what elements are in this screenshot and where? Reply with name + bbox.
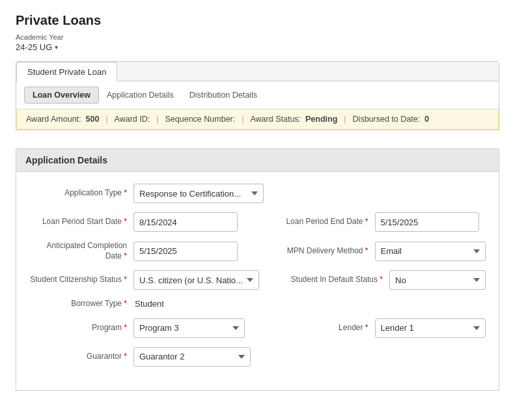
- academic-year-label: Academic Year: [16, 33, 499, 41]
- application-type-select[interactable]: Response to Certification...: [133, 184, 264, 203]
- loan-period-end-label: Loan Period End Date *: [271, 217, 375, 227]
- tab-student-private-loan[interactable]: Student Private Loan: [16, 62, 117, 81]
- loan-period-start-label: Loan Period Start Date *: [29, 217, 133, 227]
- chevron-down-icon: ▾: [55, 44, 58, 51]
- student-citizenship-select[interactable]: U.S. citizen (or U.S. Natio...: [133, 270, 259, 290]
- subtab-application-details[interactable]: Application Details: [99, 87, 182, 103]
- sep-2: |: [156, 115, 158, 124]
- lender-label: Lender *: [271, 323, 375, 333]
- subtab-loan-overview[interactable]: Loan Overview: [24, 87, 99, 104]
- program-select[interactable]: Program 3: [133, 318, 245, 338]
- guarantor-label: Guarantor *: [29, 352, 133, 362]
- required-marker: *: [124, 323, 127, 332]
- program-label: Program *: [29, 323, 133, 333]
- required-marker: *: [365, 323, 369, 332]
- outer-tab-bar: Student Private Loan: [16, 62, 499, 81]
- award-id-label: Award ID:: [115, 115, 150, 124]
- loan-period-start-input[interactable]: [133, 212, 238, 232]
- guarantor-select[interactable]: Guarantor 2: [133, 347, 251, 367]
- tab-container: Student Private Loan Loan Overview Appli…: [16, 61, 499, 130]
- required-marker: *: [365, 246, 369, 255]
- borrower-type-label: Borrower Type *: [29, 299, 133, 309]
- award-amount-label: Award Amount: 500: [26, 115, 99, 124]
- section-header: Application Details: [16, 148, 499, 172]
- anticipated-completion-input[interactable]: [133, 242, 238, 261]
- borrower-type-value: Student: [133, 299, 164, 309]
- required-marker: *: [124, 275, 127, 284]
- student-citizenship-label: Student Citizenship Status *: [29, 275, 133, 285]
- award-status-label: Award Status: Pending: [250, 115, 337, 124]
- application-details-section: Application Details Application Type * R…: [16, 148, 499, 391]
- required-marker: *: [124, 299, 127, 308]
- student-default-status-select[interactable]: No: [389, 270, 486, 290]
- award-banner: Award Amount: 500 | Award ID: | Sequence…: [16, 109, 499, 130]
- disbursed-label: Disbursed to Date: 0: [353, 115, 429, 124]
- subtab-distribution-details[interactable]: Distribution Details: [182, 87, 265, 103]
- lender-select[interactable]: Lender 1: [375, 318, 486, 338]
- award-status-value: Pending: [305, 115, 337, 124]
- disbursed-value: 0: [425, 115, 429, 124]
- required-marker: *: [124, 188, 127, 197]
- sep-4: |: [344, 115, 346, 124]
- section-body: Application Type * Response to Certifica…: [16, 172, 499, 391]
- mpn-delivery-method-select[interactable]: Email: [375, 242, 486, 261]
- required-marker: *: [365, 217, 369, 226]
- page-title: Private Loans: [16, 13, 499, 28]
- anticipated-completion-label: Anticipated Completion Date *: [29, 241, 133, 261]
- sep-1: |: [105, 115, 107, 124]
- sequence-number-label: Sequence Number:: [165, 115, 236, 124]
- academic-year-selector[interactable]: 24-25 UG ▾: [16, 42, 58, 52]
- required-marker: *: [380, 275, 383, 284]
- loan-period-end-input[interactable]: [375, 212, 479, 232]
- student-default-status-label: Student In Default Status *: [285, 275, 389, 285]
- required-marker: *: [124, 217, 127, 226]
- required-marker: *: [124, 251, 127, 260]
- award-amount-value: 500: [86, 115, 100, 124]
- subtab-bar: Loan Overview Application Details Distri…: [16, 81, 499, 109]
- required-marker: *: [124, 352, 127, 361]
- sep-3: |: [242, 115, 244, 124]
- academic-year-value: 24-25 UG: [16, 42, 52, 52]
- application-type-label: Application Type *: [29, 188, 133, 199]
- mpn-delivery-method-label: MPN Delivery Method *: [271, 246, 375, 257]
